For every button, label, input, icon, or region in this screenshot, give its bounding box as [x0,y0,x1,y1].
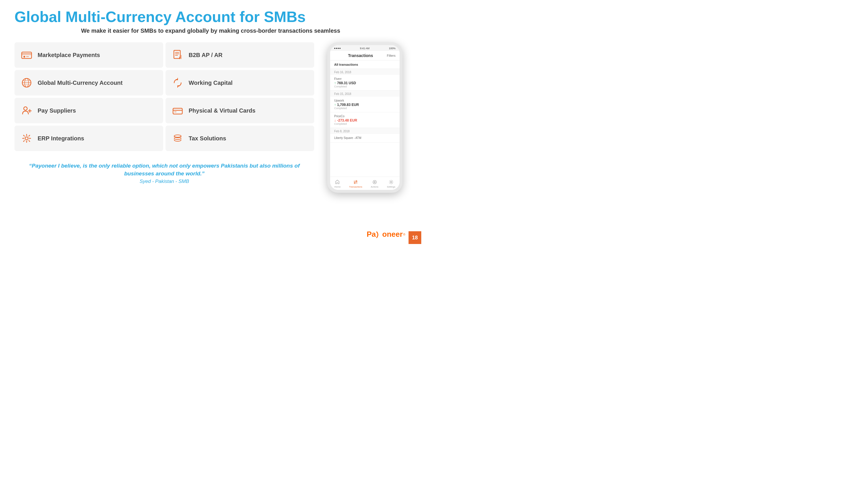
quote-text: “Payoneer I believe, is the only reliabl… [14,162,314,177]
nav-settings-label: Settings [387,186,395,188]
features-grid: Marketplace Payments B2B [14,42,314,151]
left-section: Marketplace Payments B2B [14,42,314,184]
transaction-upwork[interactable]: Upwork ↑ 1,709.83 EUR Completed [330,97,400,112]
feature-label-pay-suppliers: Pay Suppliers [38,108,76,114]
svg-point-3 [24,56,25,58]
nav-home-label: Home [335,186,341,188]
phone-section: 9:41 AM 100% Transactions Filters All tr… [323,42,407,193]
phone-app-header: Transactions Filters [330,51,400,60]
feature-card-working-capital: Working Capital [165,70,314,95]
home-icon [335,179,340,185]
date-header-2: Feb 15, 2018 [330,91,400,97]
transaction-name-liberty: Liberty Square - ATM [334,136,396,140]
nav-actions[interactable]: Actions [371,179,378,188]
amount-priceco: -273 [337,118,344,122]
feature-label-cards: Physical & Virtual Cards [189,108,255,114]
nav-settings[interactable]: Settings [387,179,395,188]
svg-rect-10 [179,57,180,59]
transactions-icon [353,179,359,185]
phone-filters-button[interactable]: Filters [387,54,396,57]
transaction-name-upwork: Upwork [334,99,396,102]
nav-transactions-label: Transactions [349,186,363,188]
actions-icon [372,179,378,185]
svg-rect-8 [175,55,178,56]
status-battery: 100% [389,47,396,50]
status-fiverr: Completed [334,85,396,88]
transaction-priceco[interactable]: PriceCo ↓ -273.48 EUR Completed [330,112,400,128]
transaction-name-fiverr: Fiverr [334,77,396,81]
document-icon [171,49,184,61]
dot2 [336,48,337,49]
feature-label-b2b: B2B AP / AR [189,52,222,58]
transaction-amount-upwork: ↑ 1,709.83 EUR [334,103,396,107]
money-icon [20,49,33,61]
user-plus-icon [20,104,33,117]
svg-rect-6 [175,52,179,53]
date-header-1: Feb 16, 2018 [330,69,400,75]
transaction-name-priceco: PriceCo [334,115,396,118]
footer-brand: Pa oneer ® [367,230,405,239]
svg-point-16 [24,107,27,110]
phone-inner: 9:41 AM 100% Transactions Filters All tr… [330,45,400,190]
slide-page: Global Multi-Currency Account for SMBs W… [0,0,421,244]
amount-fiverr: 769 [337,81,343,85]
gear-icon [20,132,33,145]
svg-point-24 [174,135,181,137]
feature-label-global: Global Multi-Currency Account [38,80,123,86]
nav-actions-label: Actions [371,186,378,188]
nav-transactions[interactable]: Transactions [349,179,363,188]
dot4 [339,48,341,49]
svg-rect-7 [175,54,179,54]
brand-trademark: ® [403,233,405,236]
globe-icon [20,77,33,89]
page-subtitle: We make it easier for SMBs to expand glo… [14,28,407,34]
arrow-up-icon-upwork: ↑ [334,103,336,107]
svg-rect-9 [181,55,182,59]
phone-dots [334,48,341,49]
feature-card-tax: Tax Solutions [165,126,314,151]
status-upwork: Completed [334,107,396,110]
page-title: Global Multi-Currency Account for SMBs [14,9,407,25]
quote-section: “Payoneer I believe, is the only reliabl… [14,162,314,184]
feature-card-global: Global Multi-Currency Account [14,70,163,95]
phone-outer: 9:41 AM 100% Transactions Filters All tr… [327,42,402,193]
svg-rect-4 [26,56,29,57]
card-icon [171,104,184,117]
refresh-icon [171,77,184,89]
dot3 [338,48,339,49]
svg-point-28 [390,181,392,183]
quote-author: Syed - Pakistan - SMB [14,179,314,184]
status-time: 9:41 AM [360,47,370,50]
transaction-fiverr[interactable]: Fiverr ↑ 769.31 USD Completed [330,75,400,91]
status-priceco: Completed [334,122,396,125]
feature-card-b2b: B2B AP / AR [165,42,314,68]
feature-label-tax: Tax Solutions [189,135,226,142]
phone-status-bar: 9:41 AM 100% [330,45,400,51]
feature-label-erp: ERP Integrations [38,135,84,142]
svg-point-23 [24,136,29,141]
svg-rect-19 [173,108,182,114]
phone-nav: Home Transactions [330,177,400,190]
feature-card-cards: Physical & Virtual Cards [165,98,314,123]
nav-home[interactable]: Home [335,179,341,188]
feature-card-erp: ERP Integrations [14,126,163,151]
brand-name: Pa oneer [367,230,403,239]
feature-card-pay-suppliers: Pay Suppliers [14,98,163,123]
dot1 [334,48,335,49]
transaction-liberty[interactable]: Liberty Square - ATM [330,134,400,143]
transaction-amount-fiverr: ↑ 769.31 USD [334,81,396,85]
phone-transactions-content: Feb 16, 2018 Fiverr ↑ 769.31 USD Complet… [330,69,400,177]
phone-app-title: Transactions [348,53,373,58]
settings-icon [388,179,394,185]
all-transactions-label: All transactions [330,60,400,69]
svg-rect-21 [174,112,177,112]
feature-card-marketplace-payments: Marketplace Payments [14,42,163,68]
feature-label-marketplace-payments: Marketplace Payments [38,52,100,58]
page-number-badge: 18 [408,231,421,244]
amount-upwork: 1,709 [337,103,346,107]
arrow-up-icon-fiverr: ↑ [334,81,336,85]
svg-point-22 [25,137,28,140]
stack-icon [171,132,184,145]
feature-label-working-capital: Working Capital [189,80,232,86]
arrow-down-icon-priceco: ↓ [334,118,336,122]
